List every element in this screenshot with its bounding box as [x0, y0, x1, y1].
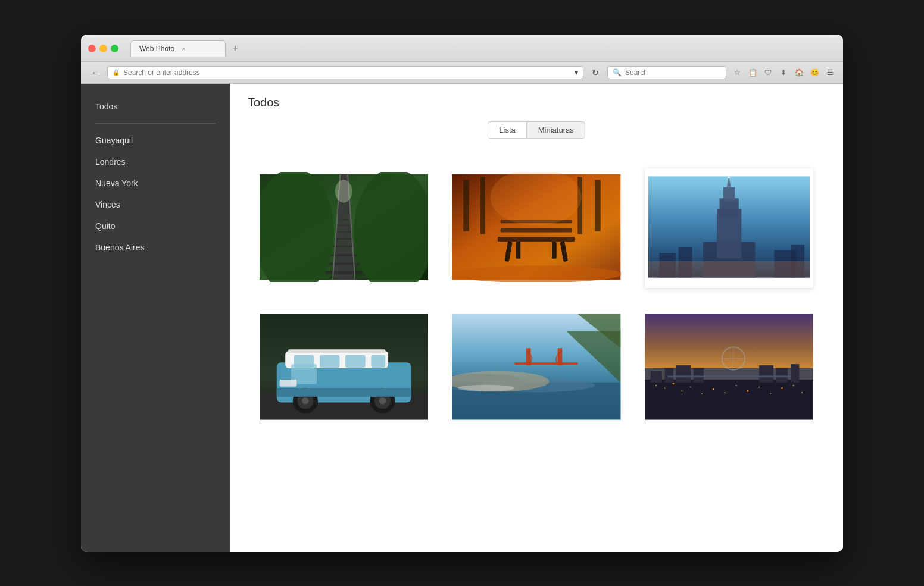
address-input[interactable]	[123, 68, 571, 77]
browser-tab[interactable]: Web Photo ×	[130, 40, 226, 57]
photo-1-image	[260, 172, 428, 282]
bookmark-icon[interactable]: ☆	[731, 67, 743, 79]
photo-item-3[interactable]	[645, 168, 813, 288]
svg-rect-40	[648, 261, 810, 277]
photo-3-image	[648, 172, 810, 282]
new-tab-button[interactable]: +	[228, 41, 242, 55]
svg-point-14	[335, 180, 352, 202]
svg-rect-48	[345, 355, 366, 367]
sidebar-item-buenos-aires[interactable]: Buenos Aires	[81, 237, 230, 258]
sidebar-item-quito[interactable]: Quito	[81, 215, 230, 237]
svg-rect-58	[277, 388, 411, 396]
svg-rect-95	[667, 375, 791, 377]
photo-cell-5	[440, 300, 632, 436]
minimize-button[interactable]	[99, 45, 107, 52]
emoji-icon[interactable]: 😊	[808, 67, 820, 79]
window-controls	[88, 45, 118, 52]
search-bar[interactable]: 🔍	[607, 66, 726, 79]
photo-2-image	[452, 172, 620, 282]
svg-point-85	[701, 393, 703, 394]
svg-point-13	[354, 172, 428, 282]
shield-icon[interactable]: 🛡	[762, 67, 774, 79]
svg-point-88	[735, 384, 736, 386]
svg-rect-25	[480, 177, 485, 234]
svg-rect-9	[339, 219, 349, 220]
photo-grid	[248, 156, 825, 436]
svg-rect-5	[333, 245, 354, 247]
svg-point-69	[458, 384, 515, 391]
svg-rect-32	[719, 198, 738, 217]
svg-point-90	[758, 386, 760, 387]
svg-rect-45	[288, 349, 385, 353]
thumbnails-view-button[interactable]: Miniaturas	[527, 121, 585, 139]
reload-button[interactable]: ↻	[588, 65, 603, 80]
svg-rect-18	[501, 228, 572, 232]
photo-cell-4	[248, 300, 440, 436]
svg-rect-49	[371, 355, 385, 367]
sidebar-item-nueva-york[interactable]: Nueva York	[81, 173, 230, 194]
photo-item-2[interactable]	[452, 172, 620, 284]
main-content: Todos Lista Miniaturas	[230, 84, 843, 552]
svg-point-81	[664, 387, 665, 388]
clipboard-icon[interactable]: 📋	[747, 67, 758, 79]
svg-point-94	[801, 392, 803, 393]
photo-4-image	[260, 312, 428, 422]
security-icon: 🔒	[113, 69, 120, 76]
photo-item-5[interactable]	[452, 312, 620, 424]
photo-cell-2	[440, 156, 632, 300]
svg-point-92	[781, 387, 783, 389]
title-bar: Web Photo × +	[81, 35, 843, 62]
photo-item-1[interactable]	[260, 172, 428, 284]
close-button[interactable]	[88, 45, 96, 52]
photo-item-4[interactable]	[260, 312, 428, 424]
sidebar-item-todos[interactable]: Todos	[81, 96, 230, 117]
svg-point-12	[260, 172, 334, 282]
search-icon: 🔍	[613, 68, 622, 77]
nav-bar: ← 🔒 ▾ ↻ 🔍 ☆ 📋 🛡 ⬇ 🏠 😊 ☰	[81, 62, 843, 84]
page-title: Todos	[248, 96, 825, 109]
svg-rect-3	[328, 262, 360, 265]
nav-icons: ☆ 📋 🛡 ⬇ 🏠 😊 ☰	[731, 67, 836, 79]
sidebar-item-guayaquil[interactable]: Guayaquil	[81, 130, 230, 151]
address-bar[interactable]: 🔒 ▾	[107, 66, 583, 79]
sidebar: Todos Guayaquil Londres Nueva York Vince…	[81, 84, 230, 552]
svg-rect-74	[664, 368, 673, 382]
menu-icon[interactable]: ☰	[824, 67, 836, 79]
svg-point-53	[302, 397, 309, 404]
svg-rect-33	[723, 187, 735, 200]
svg-rect-78	[776, 368, 788, 382]
svg-point-91	[770, 393, 771, 394]
photo-5-image	[452, 312, 620, 422]
home-icon[interactable]: 🏠	[793, 67, 805, 79]
svg-rect-68	[558, 348, 563, 365]
sidebar-divider	[95, 123, 216, 124]
svg-point-83	[681, 390, 682, 391]
photo-cell-6	[633, 300, 825, 436]
svg-rect-66	[515, 362, 578, 365]
svg-rect-75	[676, 365, 690, 383]
svg-point-84	[690, 386, 691, 387]
svg-rect-72	[645, 380, 813, 419]
photo-item-6[interactable]	[645, 312, 813, 424]
svg-point-82	[672, 383, 674, 384]
tab-bar: Web Photo × +	[130, 40, 242, 57]
photo-6-image	[645, 312, 813, 422]
list-view-button[interactable]: Lista	[488, 121, 526, 139]
svg-rect-7	[336, 231, 351, 232]
search-input[interactable]	[625, 68, 721, 77]
photo-cell-1	[248, 156, 440, 300]
sidebar-item-vinces[interactable]: Vinces	[81, 194, 230, 215]
sidebar-item-londres[interactable]: Londres	[81, 151, 230, 173]
back-button[interactable]: ←	[88, 65, 102, 80]
browser-content: Todos Guayaquil Londres Nueva York Vince…	[81, 84, 843, 552]
svg-point-16	[452, 265, 620, 282]
svg-rect-76	[693, 368, 703, 382]
svg-rect-23	[552, 241, 557, 258]
maximize-button[interactable]	[111, 45, 118, 52]
download-icon[interactable]: ⬇	[778, 67, 789, 79]
tab-close-button[interactable]: ×	[182, 45, 185, 52]
svg-rect-8	[338, 225, 350, 226]
dropdown-icon: ▾	[575, 68, 578, 77]
svg-point-80	[655, 384, 657, 386]
svg-rect-26	[595, 180, 601, 231]
